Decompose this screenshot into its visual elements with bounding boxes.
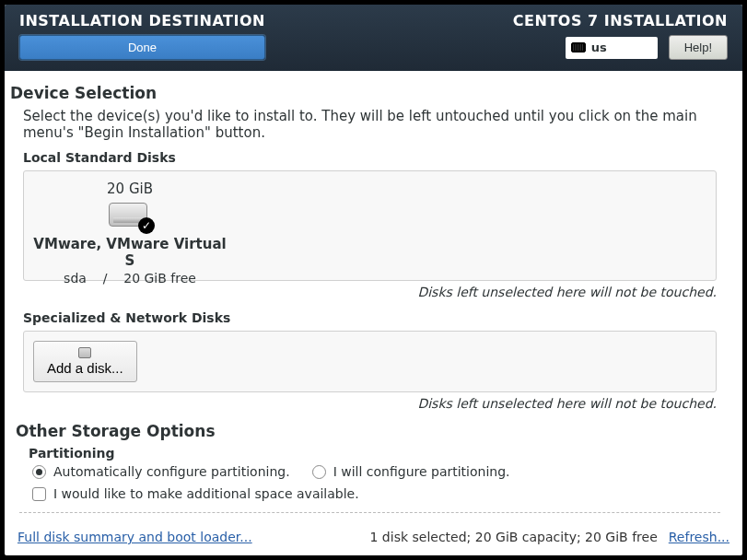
keyboard-layout-label: us xyxy=(591,41,607,54)
make-space-check-item[interactable]: I would like to make additional space av… xyxy=(32,486,724,501)
local-disks-hint: Disks left unselected here will not be t… xyxy=(10,285,717,299)
full-disk-summary-link[interactable]: Full disk summary and boot loader... xyxy=(18,530,252,544)
make-space-checkbox[interactable] xyxy=(32,487,46,501)
local-disks-label: Local Standard Disks xyxy=(23,150,729,165)
help-button[interactable]: Help! xyxy=(669,35,728,60)
partitioning-label: Partitioning xyxy=(29,446,724,461)
header-bar: INSTALLATION DESTINATION Done CENTOS 7 I… xyxy=(5,5,742,71)
auto-partition-radio-item[interactable]: Automatically configure partitioning. xyxy=(32,464,290,479)
separator xyxy=(19,512,720,513)
add-disk-icon xyxy=(78,347,91,358)
main-content: Device Selection Select the device(s) yo… xyxy=(5,71,742,520)
special-disks-panel: Add a disk... xyxy=(23,331,717,392)
done-button[interactable]: Done xyxy=(19,35,265,60)
add-disk-button[interactable]: Add a disk... xyxy=(33,341,137,382)
check-icon: ✓ xyxy=(138,217,155,234)
device-selection-title: Device Selection xyxy=(10,84,729,102)
keyboard-icon xyxy=(571,42,586,52)
refresh-link[interactable]: Refresh... xyxy=(669,530,729,544)
device-selection-description: Select the device(s) you'd like to insta… xyxy=(23,108,729,141)
disk-size: 20 GiB xyxy=(33,181,227,197)
footer-bar: Full disk summary and boot loader... 1 d… xyxy=(5,520,742,555)
manual-partition-radio-item[interactable]: I will configure partitioning. xyxy=(312,464,510,479)
disk-sep: / xyxy=(103,271,108,286)
manual-partition-label: I will configure partitioning. xyxy=(333,464,510,479)
disk-dev: sda xyxy=(64,271,87,286)
auto-partition-radio[interactable] xyxy=(32,465,46,479)
disk-status-text: 1 disk selected; 20 GiB capacity; 20 GiB… xyxy=(370,530,658,544)
special-disks-hint: Disks left unselected here will not be t… xyxy=(10,396,717,411)
make-space-label: I would like to make additional space av… xyxy=(53,486,359,501)
keyboard-layout-selector[interactable]: us xyxy=(566,37,658,59)
other-storage-title: Other Storage Options xyxy=(16,422,724,440)
local-disks-panel: 20 GiB ✓ VMware, VMware Virtual S sda / … xyxy=(23,170,717,281)
product-title: CENTOS 7 INSTALLATION xyxy=(513,12,728,29)
disk-graphic: ✓ xyxy=(109,203,151,230)
manual-partition-radio[interactable] xyxy=(312,465,326,479)
disk-model-name: VMware, VMware Virtual S xyxy=(33,236,227,269)
disk-free: 20 GiB free xyxy=(123,271,196,286)
add-disk-label: Add a disk... xyxy=(47,360,123,376)
disk-subinfo: sda / 20 GiB free xyxy=(33,271,227,286)
auto-partition-label: Automatically configure partitioning. xyxy=(53,464,290,479)
special-disks-label: Specialized & Network Disks xyxy=(23,310,729,325)
page-title: INSTALLATION DESTINATION xyxy=(19,12,265,29)
disk-item-sda[interactable]: 20 GiB ✓ VMware, VMware Virtual S sda / … xyxy=(33,181,227,286)
